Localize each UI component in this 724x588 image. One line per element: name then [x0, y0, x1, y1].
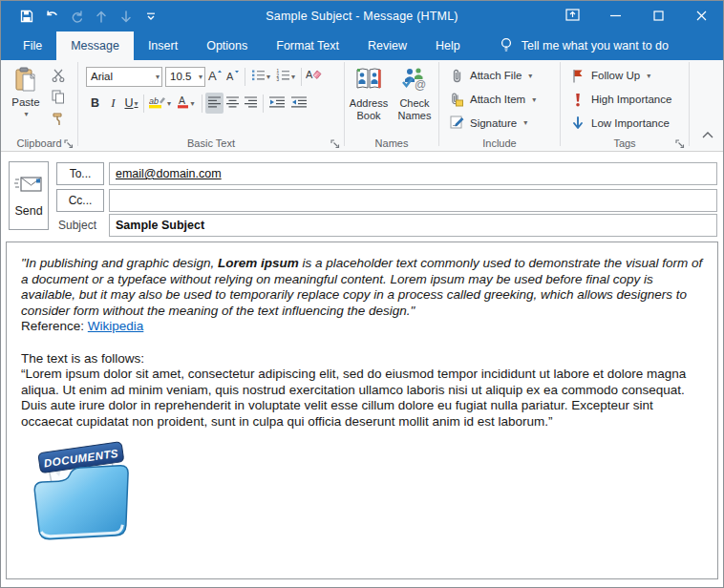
numbering-button[interactable]: 123 ▾	[273, 66, 298, 87]
folder-front	[33, 466, 131, 540]
svg-text:@: @	[415, 78, 426, 92]
previous-item-button[interactable]	[89, 4, 114, 29]
save-button[interactable]	[14, 4, 39, 29]
copy-icon	[52, 90, 65, 108]
bold-button[interactable]: B	[86, 93, 104, 114]
svg-text:ab: ab	[149, 95, 159, 105]
divider	[301, 68, 302, 86]
high-importance-button[interactable]: High Importance	[570, 89, 685, 111]
chevron-down-icon: ▾	[647, 72, 650, 80]
undo-button[interactable]	[39, 4, 64, 29]
send-label: Send	[14, 204, 42, 218]
shrink-font-button[interactable]: A	[224, 66, 242, 87]
address-book-button[interactable]: Address Book	[347, 65, 391, 134]
attach-file-button[interactable]: Attach File ▾	[449, 65, 556, 87]
clear-formatting-button[interactable]: A	[305, 66, 323, 87]
customize-quick-access-button[interactable]	[138, 4, 163, 29]
chevron-down-icon: ▾	[532, 95, 536, 104]
italic-button[interactable]: I	[104, 93, 122, 114]
increase-indent-button[interactable]	[288, 93, 310, 114]
tab-format-text[interactable]: Format Text	[262, 32, 353, 60]
save-icon	[20, 10, 33, 23]
wikipedia-link[interactable]: Wikipedia	[88, 319, 144, 333]
arrow-down-icon	[120, 10, 132, 23]
chevron-down-icon: ▾	[523, 118, 527, 127]
paste-button[interactable]: Paste ▾	[7, 64, 45, 134]
low-importance-button[interactable]: Low Importance	[570, 112, 685, 134]
copy-button[interactable]	[49, 91, 68, 107]
numbered-list-icon: 123	[276, 68, 290, 85]
font-name-combo[interactable]: Arial ▾	[86, 67, 162, 87]
attach-item-button[interactable]: Attach Item ▾	[449, 89, 556, 111]
basic-text-dialog-launcher[interactable]	[330, 136, 341, 147]
title-bar: Sample Subject - Message (HTML)	[1, 1, 723, 32]
tell-me-box[interactable]: Tell me what you want to do	[500, 32, 669, 60]
group-label-tags: Tags	[561, 137, 689, 149]
tags-dialog-launcher[interactable]	[675, 136, 686, 147]
align-right-button[interactable]	[242, 93, 260, 114]
follow-up-button[interactable]: Follow Up ▾	[570, 65, 685, 87]
collapse-ribbon-button[interactable]	[701, 126, 714, 143]
chevron-down-icon: ▾	[135, 99, 138, 108]
tab-options[interactable]: Options	[192, 32, 262, 60]
tab-help[interactable]: Help	[421, 32, 475, 60]
group-label-basic-text: Basic Text	[78, 137, 344, 149]
minimize-button[interactable]	[594, 1, 637, 32]
signature-label: Signature	[470, 117, 517, 129]
paperclip-icon	[449, 68, 464, 83]
svg-text:A: A	[179, 94, 185, 106]
message-body[interactable]: "In publishing and graphic design, Lorem…	[6, 242, 718, 579]
ribbon-display-options-icon	[565, 9, 580, 24]
close-button[interactable]	[680, 1, 723, 32]
format-row: B I U▾ ab ▾ A ▾	[86, 92, 340, 115]
maximize-button[interactable]	[637, 1, 680, 32]
font-size-value: 10.5	[170, 71, 191, 82]
chevron-down-icon: ▾	[190, 99, 194, 108]
redo-button[interactable]	[64, 4, 89, 29]
grow-font-icon: A	[207, 68, 223, 86]
signature-button[interactable]: Signature ▾	[449, 112, 556, 134]
font-size-combo[interactable]: 10.5 ▾	[165, 67, 205, 87]
bullet-list-icon	[251, 68, 266, 85]
align-left-button[interactable]	[205, 93, 224, 114]
arrow-up-icon	[96, 10, 107, 23]
cut-button[interactable]	[49, 69, 68, 85]
next-item-button[interactable]	[114, 4, 138, 29]
group-basic-text: Arial ▾ 10.5 ▾ A A ▾	[78, 60, 344, 151]
bullets-button[interactable]: ▾	[248, 66, 273, 87]
group-clipboard: Paste ▾	[1, 60, 77, 151]
group-tags: Follow Up ▾ High Importance Low Importan…	[561, 60, 689, 151]
grow-font-button[interactable]: A	[205, 66, 224, 87]
to-button[interactable]: To...	[56, 162, 104, 185]
cc-field[interactable]	[109, 189, 717, 212]
maximize-icon	[653, 9, 664, 24]
check-names-button[interactable]: @ Check Names	[393, 65, 437, 134]
cc-button[interactable]: Cc...	[56, 189, 104, 212]
ribbon-tail	[690, 60, 723, 151]
underline-button[interactable]: U▾	[122, 93, 140, 114]
subject-field[interactable]: Sample Subject	[109, 214, 717, 237]
send-button[interactable]: Send	[9, 161, 49, 230]
align-center-button[interactable]	[224, 93, 242, 114]
tab-file[interactable]: File	[9, 32, 56, 60]
tab-message[interactable]: Message	[56, 32, 134, 60]
ribbon: Paste ▾	[1, 60, 723, 152]
font-color-button[interactable]: A ▾	[173, 93, 199, 114]
to-field[interactable]: email@domain.com	[109, 162, 717, 185]
format-painter-icon	[52, 112, 65, 130]
ribbon-display-options-button[interactable]	[551, 1, 594, 32]
subject-value: Sample Subject	[116, 219, 204, 232]
text-highlight-button[interactable]: ab ▾	[147, 93, 173, 114]
font-row: Arial ▾ 10.5 ▾ A A ▾	[86, 65, 340, 88]
down-arrow-icon	[570, 116, 586, 131]
format-painter-button[interactable]	[49, 113, 68, 129]
decrease-indent-button[interactable]	[266, 93, 288, 114]
clipboard-dialog-launcher[interactable]	[64, 136, 75, 147]
svg-text:A: A	[226, 71, 234, 82]
chevron-down-icon: ▾	[266, 73, 270, 81]
documents-folder-image[interactable]: DOCUMENTS	[23, 435, 138, 548]
svg-text:A: A	[306, 69, 313, 80]
clipboard-small-buttons	[45, 64, 68, 134]
tab-insert[interactable]: Insert	[134, 32, 192, 60]
tab-review[interactable]: Review	[353, 32, 421, 60]
